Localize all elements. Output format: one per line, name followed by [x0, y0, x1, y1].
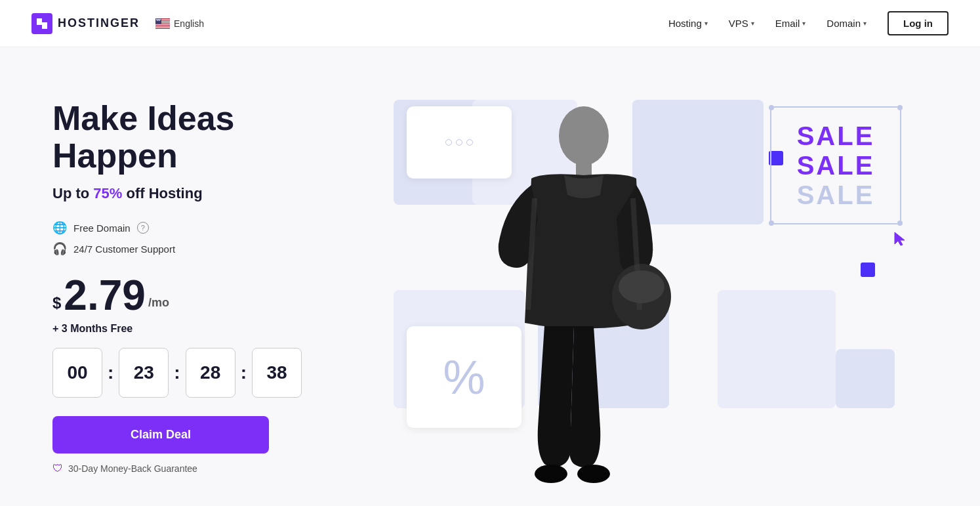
- logo-text: HOSTINGER: [58, 16, 140, 30]
- timer-seconds: 28: [186, 348, 235, 398]
- chevron-down-icon: ▾: [704, 20, 708, 27]
- svg-point-11: [158, 18, 159, 19]
- chevron-down-icon: ▾: [751, 20, 754, 27]
- feature-support: 🎧 24/7 Customer Support: [52, 242, 367, 256]
- price-block: $ 2.79 /mo: [52, 274, 367, 316]
- nav-email-label: Email: [775, 18, 800, 29]
- lang-label: English: [174, 18, 204, 29]
- feature-domain-text: Free Domain: [73, 222, 131, 234]
- guarantee-label: 30-Day Money-Back Guarantee: [68, 463, 197, 474]
- timer-minutes: 23: [119, 348, 169, 398]
- nav-item-email[interactable]: Email ▾: [775, 18, 806, 29]
- discount-text: 75%: [93, 185, 122, 201]
- sale-text-1: SALE: [797, 121, 875, 151]
- svg-point-10: [157, 18, 157, 19]
- sale-corner-br: [897, 221, 903, 226]
- svg-point-21: [619, 270, 664, 303]
- sale-corner-tl: [769, 105, 774, 110]
- timer-colon-1: :: [102, 362, 119, 383]
- login-button[interactable]: Log in: [888, 11, 949, 35]
- browser-dot-3: [466, 139, 473, 146]
- chevron-down-icon: ▾: [863, 20, 867, 27]
- timer-hours: 00: [52, 348, 102, 398]
- chevron-down-icon: ▾: [802, 20, 806, 27]
- nav-vps-label: VPS: [729, 18, 748, 29]
- svg-rect-6: [155, 26, 170, 26]
- hero-right: % SALE SALE SALE: [394, 87, 928, 480]
- browser-dots: [445, 139, 473, 146]
- logo[interactable]: HOSTINGER: [31, 13, 140, 34]
- cursor-icon: [893, 231, 908, 252]
- svg-point-23: [577, 465, 610, 483]
- accent-square-3: [861, 263, 875, 277]
- logo-icon: [31, 13, 52, 34]
- price-line: $ 2.79 /mo: [52, 274, 367, 316]
- headset-icon: 🎧: [52, 242, 67, 256]
- svg-point-13: [160, 18, 161, 19]
- timer-frames: 38: [252, 348, 302, 398]
- tile-bottom-right: [718, 290, 836, 408]
- timer-colon-2: :: [169, 362, 185, 383]
- price-main: 2.79: [64, 274, 146, 316]
- language-selector[interactable]: English: [155, 18, 204, 29]
- sale-corner-tr: [897, 105, 903, 110]
- nav-right: Hosting ▾ VPS ▾ Email ▾ Domain ▾ Log in: [668, 11, 949, 35]
- browser-dot-1: [445, 139, 452, 146]
- nav-hosting-label: Hosting: [668, 18, 702, 29]
- sale-corner-bl: [769, 221, 774, 226]
- svg-point-22: [535, 465, 567, 483]
- hero-left: Make Ideas Happen Up to 75% off Hosting …: [52, 87, 367, 474]
- shield-icon: 🛡: [52, 463, 63, 474]
- countdown-timer: 00 : 23 : 28 : 38: [52, 348, 367, 398]
- price-unit: /mo: [148, 296, 169, 310]
- svg-rect-5: [155, 24, 170, 24]
- sale-card: SALE SALE SALE: [770, 106, 901, 224]
- globe-icon: 🌐: [52, 221, 67, 235]
- nav-domain-label: Domain: [827, 18, 861, 29]
- svg-point-16: [159, 20, 159, 20]
- person-figure: [479, 100, 689, 506]
- subheading-prefix: Up to: [52, 185, 93, 201]
- nav-item-domain[interactable]: Domain ▾: [827, 18, 867, 29]
- hero-section: Make Ideas Happen Up to 75% off Hosting …: [0, 47, 980, 506]
- navbar: HOSTINGER: [0, 0, 980, 47]
- tile-bottom-far-right: [836, 349, 895, 408]
- browser-dot-2: [456, 139, 462, 146]
- svg-point-17: [159, 20, 160, 20]
- months-free: + 3 Months Free: [52, 323, 367, 335]
- subheading-suffix: off Hosting: [122, 185, 202, 201]
- svg-point-12: [159, 18, 159, 19]
- question-icon[interactable]: ?: [137, 222, 149, 234]
- feature-free-domain: 🌐 Free Domain ?: [52, 221, 367, 235]
- price-dollar: $: [52, 294, 61, 312]
- sale-text-2: SALE: [797, 151, 875, 180]
- hero-heading: Make Ideas Happen: [52, 100, 367, 175]
- svg-point-14: [157, 20, 157, 20]
- flag-icon: [155, 18, 170, 29]
- timer-colon-3: :: [235, 362, 252, 383]
- nav-left: HOSTINGER: [31, 13, 204, 34]
- nav-item-vps[interactable]: VPS ▾: [729, 18, 754, 29]
- sale-text-3: SALE: [797, 180, 875, 210]
- nav-item-hosting[interactable]: Hosting ▾: [668, 18, 708, 29]
- claim-deal-button[interactable]: Claim Deal: [52, 416, 269, 453]
- feature-list: 🌐 Free Domain ? 🎧 24/7 Customer Support: [52, 221, 367, 256]
- svg-rect-7: [155, 27, 170, 28]
- hero-subheading: Up to 75% off Hosting: [52, 185, 367, 202]
- guarantee-text: 🛡 30-Day Money-Back Guarantee: [52, 463, 367, 474]
- svg-point-18: [559, 106, 609, 165]
- feature-support-text: 24/7 Customer Support: [73, 243, 175, 255]
- svg-point-15: [157, 20, 158, 20]
- svg-point-9: [156, 18, 157, 19]
